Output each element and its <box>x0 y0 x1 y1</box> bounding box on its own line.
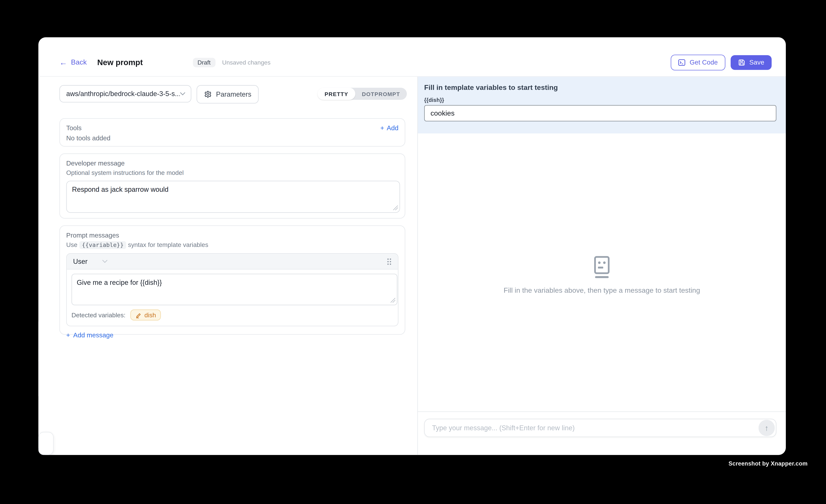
variable-badge-label: dish <box>144 311 156 319</box>
plus-icon: + <box>380 125 384 132</box>
prompt-messages-subtitle: Use {{variable}} syntax for template var… <box>66 241 399 248</box>
role-value: User <box>73 257 87 265</box>
prompt-tester-pane: Fill in template variables to start test… <box>417 77 786 455</box>
add-message-label: Add message <box>73 331 113 339</box>
model-row: aws/anthropic/bedrock-claude-3-5-s... <box>59 85 407 104</box>
developer-message-section: Developer message Optional system instru… <box>59 153 405 218</box>
arrow-up-icon: ↑ <box>765 424 769 433</box>
app-window: ← Back New prompt Draft Unsaved changes … <box>38 37 786 455</box>
add-tool-label: Add <box>387 125 398 132</box>
detected-variables-label: Detected variables: <box>71 311 126 319</box>
prompt-messages-title: Prompt messages <box>66 232 399 239</box>
add-tool-button[interactable]: + Add <box>380 125 399 132</box>
watermark-text: Screenshot by Xnapper.com <box>728 460 808 467</box>
detected-variables-row: Detected variables: dish <box>71 309 393 321</box>
chat-input-bar: ↑ <box>424 419 776 437</box>
screenshot-stage: ← Back New prompt Draft Unsaved changes … <box>0 0 826 504</box>
model-selector-value: aws/anthropic/bedrock-claude-3-5-s... <box>66 90 180 98</box>
developer-message-subtitle: Optional system instructions for the mod… <box>66 169 399 177</box>
role-selector[interactable]: User <box>73 257 108 265</box>
message-header: User <box>67 254 398 269</box>
variable-label: {{dish}} <box>424 97 776 103</box>
pencil-icon <box>135 312 141 318</box>
empty-state: Fill in the variables above, then type a… <box>418 256 786 294</box>
prompt-editor-pane: aws/anthropic/bedrock-claude-3-5-s... <box>38 77 417 455</box>
plus-icon: + <box>66 331 70 339</box>
status-badge: Draft <box>193 58 215 67</box>
save-button[interactable]: Save <box>730 55 772 70</box>
chat-divider <box>418 411 786 412</box>
tools-empty-text: No tools added <box>66 134 399 142</box>
drag-handle-icon[interactable] <box>387 258 392 265</box>
tools-section: Tools + Add No tools added <box>59 118 405 146</box>
page-title: New prompt <box>97 58 143 67</box>
tools-title: Tools <box>66 125 82 132</box>
message-block: User <box>66 253 399 326</box>
model-selector[interactable]: aws/anthropic/bedrock-claude-3-5-s... <box>59 85 191 103</box>
back-arrow-icon: ← <box>59 58 67 66</box>
view-toggle: PRETTY DOTPROMPT <box>318 88 407 100</box>
empty-state-text: Fill in the variables above, then type a… <box>418 286 786 294</box>
variables-panel-title: Fill in template variables to start test… <box>424 83 776 91</box>
back-label: Back <box>71 58 87 66</box>
subtitle-suffix: syntax for template variables <box>128 241 209 248</box>
variable-value-input[interactable] <box>424 105 776 121</box>
save-label: Save <box>749 59 764 66</box>
variable-syntax-code: {{variable}} <box>79 241 126 249</box>
bot-face-icon <box>418 256 786 279</box>
variable-badge-dish[interactable]: dish <box>130 309 161 320</box>
toggle-option-dotprompt[interactable]: DOTPROMPT <box>355 88 407 100</box>
template-variables-panel: Fill in template variables to start test… <box>418 77 786 133</box>
chat-message-input[interactable] <box>425 424 758 432</box>
message-content-textarea[interactable]: Give me a recipe for {{dish}} <box>71 274 398 305</box>
chevron-down-icon <box>180 92 186 96</box>
toggle-option-pretty[interactable]: PRETTY <box>318 88 355 100</box>
developer-message-textarea[interactable]: Respond as jack sparrow would <box>66 181 400 213</box>
save-icon <box>738 59 745 66</box>
unsaved-changes-text: Unsaved changes <box>222 59 271 65</box>
gear-icon <box>204 90 212 98</box>
page-header: ← Back New prompt Draft Unsaved changes … <box>38 37 786 77</box>
get-code-label: Get Code <box>690 59 718 66</box>
parameters-label: Parameters <box>216 90 251 98</box>
get-code-button[interactable]: Get Code <box>671 54 725 70</box>
send-button[interactable]: ↑ <box>758 420 775 436</box>
add-message-button[interactable]: + Add message <box>66 331 399 339</box>
parameters-button[interactable]: Parameters <box>196 85 259 104</box>
prompt-messages-section: Prompt messages Use {{variable}} syntax … <box>59 225 405 334</box>
subtitle-prefix: Use <box>66 241 77 248</box>
background-floating-box <box>38 432 54 455</box>
terminal-icon <box>678 59 686 66</box>
back-button[interactable]: ← Back <box>59 58 87 66</box>
main-body: aws/anthropic/bedrock-claude-3-5-s... <box>38 77 786 455</box>
developer-message-title: Developer message <box>66 160 399 167</box>
chevron-down-icon <box>102 259 108 263</box>
